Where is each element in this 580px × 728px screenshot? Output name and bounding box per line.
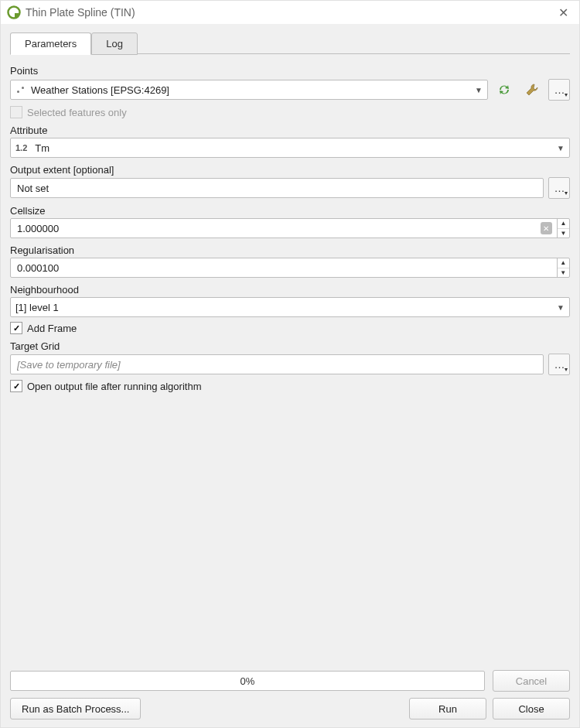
- dialog-window: Thin Plate Spline (TIN) ✕ Parameters Log…: [0, 0, 580, 728]
- points-more-button[interactable]: …▾: [548, 79, 570, 101]
- points-label: Points: [10, 65, 570, 77]
- regularisation-spinner[interactable]: ▲ ▼: [557, 258, 569, 278]
- output-extent-input[interactable]: [10, 178, 544, 198]
- progress-bar: 0%: [10, 671, 485, 691]
- cellsize-spinner[interactable]: ▲ ▼: [557, 218, 569, 238]
- open-output-row[interactable]: Open output file after running algorithm: [10, 380, 570, 392]
- more-icon: …▾: [554, 84, 565, 96]
- output-extent-label: Output extent [optional]: [10, 164, 570, 176]
- target-grid-label: Target Grid: [10, 340, 570, 352]
- run-batch-button[interactable]: Run as Batch Process...: [10, 698, 141, 719]
- close-button[interactable]: Close: [493, 698, 570, 719]
- window-title: Thin Plate Spline (TIN): [26, 6, 553, 19]
- wrench-icon: [524, 82, 540, 97]
- selected-only-label: Selected features only: [27, 107, 127, 118]
- cellsize-label: Cellsize: [10, 205, 570, 217]
- dialog-body: Parameters Log Points Weather Stations […: [1, 24, 579, 670]
- chevron-down-icon: ▼: [557, 303, 565, 312]
- iterate-button[interactable]: [493, 78, 516, 101]
- attribute-value: Tm: [35, 142, 49, 154]
- close-button[interactable]: ✕: [553, 5, 573, 20]
- advanced-button[interactable]: [520, 78, 544, 101]
- more-icon: …▾: [554, 358, 565, 371]
- add-frame-row[interactable]: Add Frame: [10, 322, 570, 334]
- neighbourhood-label: Neighbourhood: [10, 284, 570, 296]
- points-select[interactable]: Weather Stations [EPSG:4269] ▼: [10, 80, 488, 100]
- spin-down-icon[interactable]: ▼: [558, 229, 569, 239]
- spin-up-icon[interactable]: ▲: [558, 258, 569, 268]
- attribute-select[interactable]: 1.2 Tm ▼: [10, 138, 570, 158]
- selected-only-row: Selected features only: [10, 106, 570, 118]
- output-extent-more-button[interactable]: …▾: [548, 177, 570, 199]
- cellsize-field[interactable]: [15, 222, 541, 235]
- dialog-footer: 0% Cancel Run as Batch Process... Run Cl…: [1, 670, 579, 727]
- parameters-panel: Points Weather Stations [EPSG:4269] ▼: [10, 53, 570, 665]
- target-grid-field[interactable]: [15, 358, 538, 371]
- regularisation-field[interactable]: [15, 261, 554, 275]
- spin-down-icon[interactable]: ▼: [558, 268, 569, 279]
- point-layer-icon: [15, 84, 26, 95]
- add-frame-checkbox[interactable]: [10, 322, 22, 334]
- chevron-down-icon: ▼: [475, 86, 483, 94]
- output-extent-field[interactable]: [15, 182, 538, 195]
- qgis-icon: [7, 5, 21, 19]
- points-value: Weather Stations [EPSG:4269]: [31, 84, 169, 96]
- cancel-button[interactable]: Cancel: [493, 670, 570, 692]
- regularisation-input[interactable]: ▲ ▼: [10, 258, 570, 278]
- chevron-down-icon: ▼: [557, 144, 565, 152]
- regularisation-label: Regularisation: [10, 244, 570, 256]
- spin-up-icon[interactable]: ▲: [558, 218, 569, 229]
- attribute-type-icon: 1.2: [15, 143, 27, 152]
- selected-only-checkbox: [10, 106, 22, 118]
- refresh-icon: [496, 82, 512, 97]
- target-grid-input[interactable]: [10, 354, 544, 374]
- more-icon: …▾: [554, 182, 565, 194]
- target-grid-more-button[interactable]: …▾: [548, 354, 570, 375]
- tab-parameters[interactable]: Parameters: [10, 32, 91, 55]
- add-frame-label: Add Frame: [27, 323, 77, 334]
- open-output-label: Open output file after running algorithm: [27, 381, 201, 392]
- run-button[interactable]: Run: [409, 698, 486, 719]
- tab-log[interactable]: Log: [91, 32, 138, 55]
- open-output-checkbox[interactable]: [10, 380, 22, 392]
- title-bar: Thin Plate Spline (TIN) ✕: [1, 1, 579, 24]
- svg-rect-1: [15, 13, 19, 17]
- neighbourhood-value: [1] level 1: [15, 302, 59, 313]
- progress-text: 0%: [241, 675, 255, 687]
- attribute-label: Attribute: [10, 125, 570, 136]
- tab-bar: Parameters Log: [10, 32, 570, 54]
- cellsize-input[interactable]: ✕ ▲ ▼: [10, 218, 570, 238]
- neighbourhood-select[interactable]: [1] level 1 ▼: [10, 297, 570, 317]
- clear-icon[interactable]: ✕: [541, 222, 552, 234]
